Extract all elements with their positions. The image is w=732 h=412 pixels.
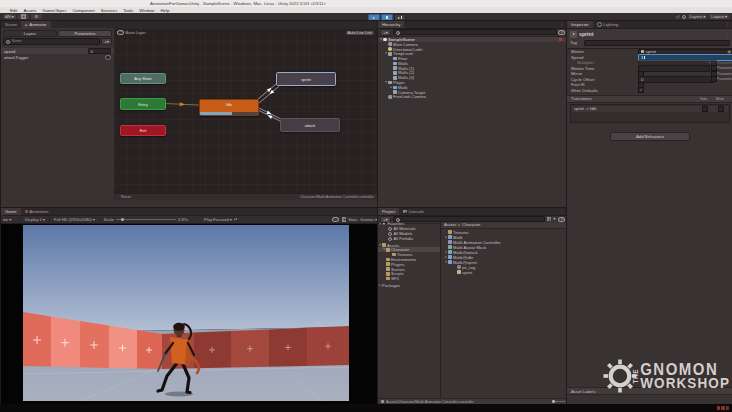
reset-label[interactable]: Reset bbox=[121, 195, 131, 199]
animator-icon: ▶ bbox=[25, 23, 28, 27]
project-file-pane: Assets ▸ Character Textures ▸Malik Malik… bbox=[441, 222, 566, 399]
breadcrumb-current[interactable]: Character bbox=[462, 222, 480, 227]
speed-parameter-value[interactable]: 0 bbox=[88, 48, 111, 54]
tab-scene[interactable]: Scene bbox=[1, 21, 21, 28]
cloud-button[interactable] bbox=[18, 14, 29, 19]
panel-menu-icon[interactable]: ⋮ bbox=[560, 22, 565, 27]
layers-dropdown[interactable]: Layers▾ bbox=[688, 14, 708, 19]
inspector-panel: Inspector Lighting ⋮ sprint ⋮ Tag bbox=[566, 20, 732, 406]
file-item[interactable]: sprint bbox=[441, 270, 566, 275]
mute-audio-icon[interactable] bbox=[234, 218, 239, 222]
model-icon bbox=[448, 260, 452, 264]
breadcrumb-root[interactable]: Assets bbox=[444, 222, 456, 227]
scale-label: Scale bbox=[104, 217, 114, 222]
project-breadcrumb: Assets ▸ Character bbox=[441, 222, 566, 229]
model-icon bbox=[448, 255, 452, 259]
undo-history-icon[interactable]: ↺ bbox=[675, 14, 679, 20]
tab-console[interactable]: Console bbox=[399, 208, 428, 215]
favorites-star-icon: ★ bbox=[382, 222, 386, 226]
pause-icon bbox=[386, 16, 389, 19]
gizmos-dropdown[interactable]: Gizmos▾ bbox=[360, 217, 377, 222]
folder-icon bbox=[386, 267, 390, 271]
animator-graph[interactable]: Base Layer Auto Live Link bbox=[114, 28, 377, 200]
state-node-idle[interactable]: Idle bbox=[199, 99, 259, 116]
state-node-any-state[interactable]: Any State bbox=[120, 73, 166, 84]
tab-project[interactable]: Project bbox=[378, 208, 399, 215]
search-icon[interactable] bbox=[682, 15, 686, 19]
scale-slider-knob[interactable] bbox=[121, 218, 124, 221]
scale-slider[interactable] bbox=[116, 219, 176, 220]
play-focused-dropdown[interactable]: Play Focused▾ bbox=[204, 217, 232, 222]
chevron-down-icon: ▾ bbox=[9, 217, 11, 222]
parameters-subtab[interactable]: Parameters bbox=[58, 30, 112, 37]
tree-item-packages[interactable]: ▸Packages bbox=[378, 283, 440, 288]
parameter-row-attacktrigger[interactable]: attackTrigger bbox=[1, 54, 114, 61]
add-behaviour-button[interactable]: Add Behaviour bbox=[610, 132, 690, 141]
tab-inspector[interactable]: Inspector bbox=[567, 21, 593, 28]
tag-field[interactable] bbox=[584, 40, 730, 47]
vsync-eye-icon[interactable] bbox=[332, 217, 339, 222]
parameter-search-input[interactable]: Name bbox=[3, 38, 100, 45]
gameobject-icon bbox=[393, 66, 397, 70]
tree-item[interactable]: FreeLook Camera bbox=[378, 95, 567, 100]
state-node-sprint[interactable]: sprint bbox=[276, 72, 336, 86]
state-node-attack[interactable]: attack bbox=[280, 118, 340, 132]
menu-services[interactable]: Services bbox=[101, 8, 117, 13]
hierarchy-search-input[interactable] bbox=[393, 29, 557, 35]
write-defaults-checkbox[interactable]: ✓ bbox=[638, 87, 644, 93]
tab-animator[interactable]: ▶ Animator bbox=[21, 21, 50, 28]
menu-help[interactable]: Help bbox=[160, 8, 169, 13]
menu-window[interactable]: Window bbox=[139, 8, 154, 13]
write-defaults-row: Write Defaults ✓ bbox=[567, 88, 732, 94]
menu-component[interactable]: Component bbox=[72, 8, 94, 13]
folder-icon bbox=[386, 262, 390, 266]
tab-game[interactable]: Game bbox=[1, 208, 21, 215]
lock-icon[interactable]: ⋮ bbox=[726, 22, 731, 27]
tab-lighting[interactable]: Lighting bbox=[593, 21, 623, 28]
tree-item[interactable]: SFX bbox=[378, 276, 440, 281]
aspect-grid-icon[interactable] bbox=[342, 217, 346, 221]
tag-label: Tag bbox=[570, 40, 582, 45]
mute-checkbox[interactable] bbox=[718, 106, 724, 112]
animator-controller-icon bbox=[448, 240, 452, 244]
project-tabbar: Project Console ⋮ bbox=[378, 208, 567, 216]
transitions-list: sprint -> Idle bbox=[570, 104, 730, 123]
trigger-radio[interactable] bbox=[105, 55, 111, 61]
layers-subtab[interactable]: Layers bbox=[3, 30, 57, 37]
menu-assets[interactable]: Assets bbox=[23, 8, 36, 13]
display-dropdown[interactable]: Display 1▾ bbox=[25, 217, 45, 222]
menu-tools[interactable]: Tools bbox=[123, 8, 133, 13]
recorder-icons bbox=[717, 406, 730, 410]
tree-item[interactable]: All Prefabs bbox=[378, 236, 440, 241]
state-node-exit[interactable]: Exit bbox=[120, 125, 166, 136]
menu-gameobject[interactable]: GameObject bbox=[42, 8, 66, 13]
state-node-entry[interactable]: Entry bbox=[120, 98, 166, 110]
create-object-button[interactable]: +▾ bbox=[380, 29, 391, 36]
add-parameter-button[interactable]: +▾ bbox=[101, 38, 112, 45]
rec-icon bbox=[717, 406, 721, 410]
auto-live-link-button[interactable]: Auto Live Link bbox=[345, 30, 375, 37]
eye-icon[interactable] bbox=[117, 30, 124, 35]
idle-playback-progress bbox=[200, 112, 232, 115]
gameobject-icon bbox=[393, 57, 397, 61]
tab-hierarchy[interactable]: Hierarchy bbox=[378, 21, 404, 28]
account-button[interactable]: AN▾ bbox=[3, 14, 16, 19]
menu-edit[interactable]: Edit bbox=[10, 8, 17, 13]
game-view-dropdown[interactable]: Game▾ bbox=[3, 217, 16, 222]
settings-button[interactable]: ⚙ bbox=[31, 14, 42, 19]
folder-icon bbox=[382, 243, 386, 247]
folder-icon bbox=[386, 248, 390, 252]
saved-search-icon bbox=[388, 231, 392, 235]
solo-checkbox[interactable] bbox=[702, 106, 708, 112]
resolution-dropdown[interactable]: Full HD (1920x1080)▾ bbox=[54, 217, 95, 222]
header-menu-icon[interactable]: ⋮ bbox=[726, 32, 731, 37]
panel-menu-icon[interactable]: ⋮ bbox=[560, 209, 565, 214]
scene-visibility-icon[interactable] bbox=[558, 30, 565, 35]
transition-item[interactable]: sprint -> Idle bbox=[572, 106, 728, 112]
stats-button[interactable]: Stats bbox=[348, 217, 357, 222]
layout-dropdown[interactable]: Layout▾ bbox=[709, 14, 729, 19]
tab-animation[interactable]: Animation bbox=[21, 208, 53, 215]
prefab-icon bbox=[393, 86, 397, 90]
scene-status-icon bbox=[559, 38, 562, 41]
folder-icon bbox=[448, 230, 452, 234]
